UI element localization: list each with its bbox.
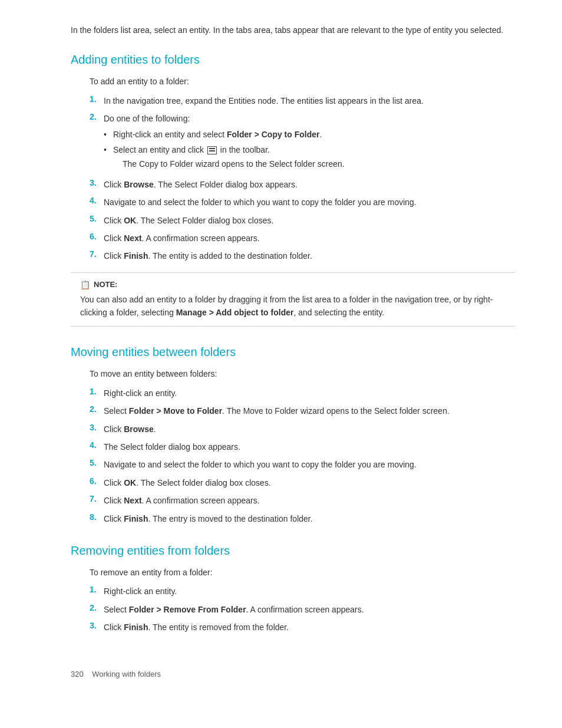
removing-step-3: 3. Click Finish. The entity is removed f…	[90, 621, 515, 634]
step-text: Right-click an entity.	[104, 585, 515, 598]
removing-section-heading: Removing entities from folders	[71, 544, 515, 558]
step-number: 6.	[90, 476, 104, 486]
step-number: 6.	[90, 232, 104, 241]
step-text: Click Browse.	[104, 423, 515, 436]
note-header: 📋 NOTE:	[80, 280, 505, 289]
adding-step-2: 2. Do one of the following: Right-click …	[90, 112, 515, 173]
step-number: 5.	[90, 214, 104, 223]
removing-step-2: 2. Select Folder > Remove From Folder. A…	[90, 603, 515, 616]
sub-note: The Copy to Folder wizard opens to the S…	[123, 157, 515, 170]
step-number: 2.	[90, 112, 104, 121]
page-label: Working with folders	[92, 670, 161, 678]
step-text: Do one of the following:	[104, 114, 190, 123]
step-number: 3.	[90, 621, 104, 630]
moving-section-heading: Moving entities between folders	[71, 345, 515, 359]
removing-section: Removing entities from folders To remove…	[71, 544, 515, 634]
moving-step-3: 3. Click Browse.	[90, 423, 515, 436]
step-text: Navigate to and select the folder to whi…	[104, 196, 515, 209]
step-text: Click OK. The Select Folder dialog box c…	[104, 214, 515, 227]
adding-intro: To add an entity to a folder:	[90, 75, 515, 88]
step-number: 2.	[90, 603, 104, 612]
step-number: 5.	[90, 458, 104, 467]
removing-step-1: 1. Right-click an entity.	[90, 585, 515, 598]
adding-step-4: 4. Navigate to and select the folder to …	[90, 196, 515, 209]
adding-step-7: 7. Click Finish. The entity is added to …	[90, 249, 515, 262]
note-label: NOTE:	[94, 280, 117, 289]
note-icon: 📋	[80, 280, 90, 289]
step-text: Click OK. The Select folder dialog box c…	[104, 476, 515, 489]
adding-section: Adding entities to folders To add an ent…	[71, 53, 515, 327]
step-bullets: Right-click an entity and select Folder …	[104, 128, 515, 171]
step-number: 8.	[90, 512, 104, 522]
moving-step-6: 6. Click OK. The Select folder dialog bo…	[90, 476, 515, 489]
note-box: 📋 NOTE: You can also add an entity to a …	[71, 272, 515, 327]
step-text: Select Folder > Move to Folder. The Move…	[104, 404, 515, 417]
step-text: Select Folder > Remove From Folder. A co…	[104, 603, 515, 616]
moving-step-1: 1. Right-click an entity.	[90, 387, 515, 400]
step-text: In the navigation tree, expand the Entit…	[104, 94, 515, 107]
step-number: 4.	[90, 196, 104, 205]
step-number: 3.	[90, 178, 104, 187]
note-text: You can also add an entity to a folder b…	[80, 293, 505, 319]
step-text: Click Browse. The Select Folder dialog b…	[104, 178, 515, 191]
removing-intro: To remove an entity from a folder:	[90, 566, 515, 579]
step-number: 7.	[90, 249, 104, 259]
step-text: Click Next. A confirmation screen appear…	[104, 232, 515, 245]
step-number: 1.	[90, 387, 104, 396]
moving-step-2: 2. Select Folder > Move to Folder. The M…	[90, 404, 515, 417]
adding-step-1: 1. In the navigation tree, expand the En…	[90, 94, 515, 107]
page-footer: 320 Working with folders	[71, 670, 515, 678]
adding-section-heading: Adding entities to folders	[71, 53, 515, 67]
moving-intro: To move an entity between folders:	[90, 367, 515, 380]
adding-step-6: 6. Click Next. A confirmation screen app…	[90, 232, 515, 245]
step-text: Click Finish. The entry is moved to the …	[104, 512, 515, 525]
intro-paragraph: In the folders list area, select an enti…	[71, 24, 515, 37]
moving-step-5: 5. Navigate to and select the folder to …	[90, 458, 515, 471]
step-text: Right-click an entity.	[104, 387, 515, 400]
moving-section: Moving entities between folders To move …	[71, 345, 515, 525]
step-text: The Select folder dialog box appears.	[104, 440, 515, 453]
step-number: 3.	[90, 423, 104, 432]
toolbar-icon	[207, 146, 217, 154]
step-text: Navigate to and select the folder to whi…	[104, 458, 515, 471]
adding-step-3: 3. Click Browse. The Select Folder dialo…	[90, 178, 515, 191]
step-number: 4.	[90, 440, 104, 450]
step-number: 1.	[90, 94, 104, 104]
step-text: Click Next. A confirmation screen appear…	[104, 494, 515, 507]
step-text: Click Finish. The entity is added to the…	[104, 249, 515, 262]
adding-step-5: 5. Click OK. The Select Folder dialog bo…	[90, 214, 515, 227]
moving-step-8: 8. Click Finish. The entry is moved to t…	[90, 512, 515, 525]
step-content: Do one of the following: Right-click an …	[104, 112, 515, 173]
step-number: 1.	[90, 585, 104, 594]
moving-step-4: 4. The Select folder dialog box appears.	[90, 440, 515, 453]
moving-step-7: 7. Click Next. A confirmation screen app…	[90, 494, 515, 507]
page-number: 320	[71, 670, 84, 678]
step-text: Click Finish. The entity is removed from…	[104, 621, 515, 634]
step-number: 2.	[90, 404, 104, 414]
bullet-item: Right-click an entity and select Folder …	[104, 128, 515, 141]
bullet-item: Select an entity and click in the toolba…	[104, 143, 515, 171]
step-number: 7.	[90, 494, 104, 503]
